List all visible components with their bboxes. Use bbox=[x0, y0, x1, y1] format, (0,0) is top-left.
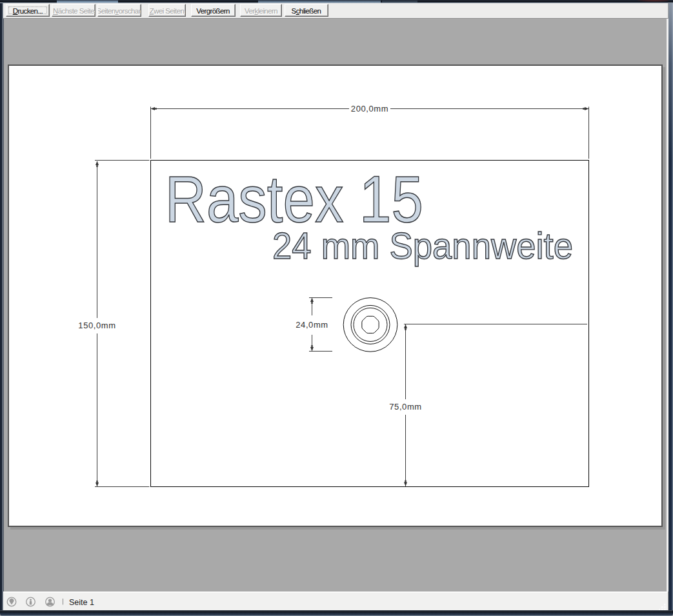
svg-text:200,0mm: 200,0mm bbox=[351, 104, 388, 114]
svg-text:24 mm Spannweite: 24 mm Spannweite bbox=[272, 226, 573, 266]
svg-text:75,0mm: 75,0mm bbox=[389, 402, 422, 412]
svg-text:Seite 1: Seite 1 bbox=[69, 598, 94, 607]
svg-text:150,0mm: 150,0mm bbox=[78, 321, 116, 330]
svg-text:24,0mm: 24,0mm bbox=[296, 320, 328, 330]
svg-text:Rastex 15: Rastex 15 bbox=[165, 163, 423, 236]
